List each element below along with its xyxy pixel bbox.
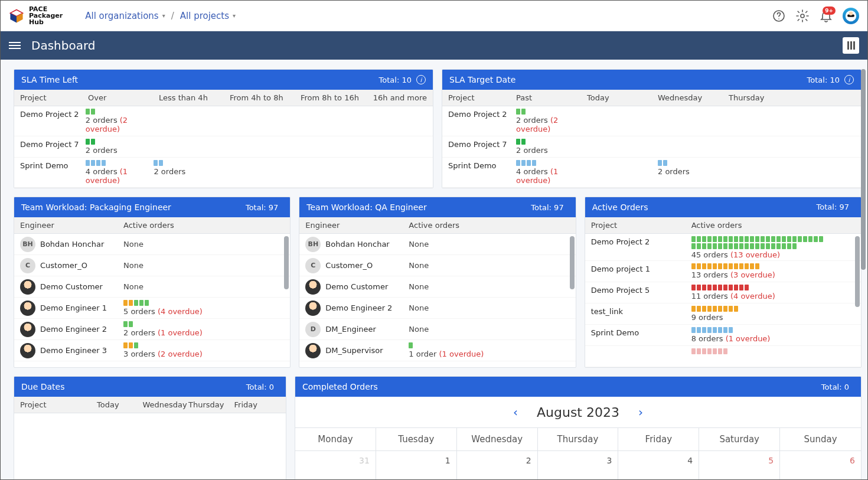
- column-header: Engineer: [20, 221, 123, 230]
- table-cell[interactable]: 13 orders (3 overdue): [691, 263, 775, 279]
- user-avatar[interactable]: [843, 8, 859, 24]
- table-cell[interactable]: 4 orders (1 overdue): [86, 160, 154, 185]
- engineer-cell[interactable]: BHBohdan Honchar: [305, 237, 409, 252]
- engineer-name: Demo Customer: [325, 282, 388, 291]
- page-scrollbar[interactable]: [860, 69, 866, 470]
- table-cell[interactable]: None: [409, 240, 429, 249]
- project-name[interactable]: Sprint Demo: [448, 160, 516, 170]
- scrollbar[interactable]: [855, 236, 860, 365]
- calendar-day[interactable]: 31: [295, 451, 376, 479]
- table-cell[interactable]: None: [409, 325, 429, 334]
- app-logo[interactable]: PACE Packager Hub: [9, 6, 63, 25]
- status-squares: [691, 263, 759, 269]
- layout-columns-button[interactable]: [843, 37, 859, 54]
- table-cell[interactable]: 2 orders: [86, 139, 154, 155]
- avatar-icon: [20, 343, 35, 358]
- project-name[interactable]: test_link: [591, 306, 691, 316]
- table-cell[interactable]: 4 orders (1 overdue): [516, 160, 587, 185]
- table-cell[interactable]: [691, 348, 727, 354]
- status-squares: [691, 348, 727, 354]
- engineer-cell[interactable]: Demo Engineer 3: [20, 343, 123, 358]
- engineer-cell[interactable]: Demo Engineer 2: [20, 322, 123, 337]
- engineer-cell[interactable]: Demo Customer: [20, 279, 123, 295]
- order-count: None: [409, 240, 429, 249]
- table-row: Sprint Demo 8 orders (1 overdue): [585, 325, 861, 346]
- engineer-cell[interactable]: Demo Engineer 2: [305, 301, 409, 316]
- table-cell[interactable]: None: [123, 282, 143, 291]
- menu-button[interactable]: [9, 42, 21, 49]
- info-icon[interactable]: i: [416, 75, 426, 84]
- notifications-button[interactable]: 9+: [819, 9, 833, 23]
- crumb-project[interactable]: All projects▾: [180, 11, 236, 21]
- engineer-cell[interactable]: DDM_Engineer: [305, 322, 409, 337]
- order-count: 2 orders (1 overdue): [123, 328, 203, 337]
- table-cell[interactable]: None: [409, 282, 429, 291]
- table-row: Demo Engineer 1 5 orders (4 overdue): [14, 298, 290, 319]
- table-cell[interactable]: None: [123, 261, 143, 270]
- table-body: Demo Project 2 45 orders (13 overdue) De…: [585, 234, 861, 367]
- project-name[interactable]: Sprint Demo: [20, 160, 86, 170]
- table-cell[interactable]: 2 orders: [154, 160, 222, 176]
- table-cell[interactable]: 1 order (1 overdue): [409, 342, 484, 358]
- project-name[interactable]: Demo Project 7: [448, 139, 516, 149]
- scrollbar[interactable]: [570, 236, 575, 365]
- scrollbar[interactable]: [284, 236, 289, 365]
- calendar-day[interactable]: 1: [376, 451, 457, 479]
- project-name[interactable]: Demo Project 5: [591, 285, 691, 295]
- project-name[interactable]: Demo Project 2: [20, 109, 86, 119]
- column-header: Today: [587, 93, 658, 102]
- table-cell[interactable]: 2 orders (1 overdue): [123, 321, 203, 337]
- engineer-cell[interactable]: Demo Customer: [305, 279, 409, 295]
- crumb-org[interactable]: All organizations▾: [85, 11, 165, 21]
- calendar-day[interactable]: 4: [618, 451, 699, 479]
- table-cell[interactable]: 11 orders (4 overdue): [691, 285, 775, 301]
- table-cell[interactable]: None: [409, 303, 429, 312]
- project-name[interactable]: [591, 348, 691, 350]
- engineer-cell[interactable]: CCustomer_O: [305, 258, 409, 273]
- prev-month-button[interactable]: ‹: [508, 403, 523, 422]
- day-number: 31: [359, 456, 370, 465]
- calendar-day[interactable]: 2: [457, 451, 538, 479]
- column-header: 16h and more: [373, 93, 427, 102]
- table-body: Demo Project 22 orders (2 overdue) Demo …: [442, 106, 861, 188]
- table-cell[interactable]: 45 orders (13 overdue): [691, 236, 827, 259]
- table-cell[interactable]: None: [123, 240, 143, 249]
- engineer-cell[interactable]: CCustomer_O: [20, 258, 123, 273]
- calendar-day[interactable]: 5: [699, 451, 780, 479]
- table-row: CCustomer_O None: [14, 255, 290, 276]
- engineer-cell[interactable]: BHBohdan Honchar: [20, 237, 123, 252]
- table-cell[interactable]: None: [409, 261, 429, 270]
- column-header: Less than 4h: [159, 93, 230, 102]
- table-cell[interactable]: 3 orders (2 overdue): [123, 342, 203, 358]
- engineer-cell[interactable]: DM_Supervisor: [305, 343, 409, 358]
- calendar-day[interactable]: 6: [780, 451, 861, 479]
- order-count: 2 orders (2 overdue): [86, 116, 154, 133]
- day-header: Tuesday: [376, 428, 457, 451]
- table-cell[interactable]: 9 orders: [691, 306, 738, 322]
- project-name[interactable]: Demo Project 2: [448, 109, 516, 119]
- table-cell[interactable]: 2 orders: [516, 139, 587, 155]
- settings-button[interactable]: [795, 9, 810, 23]
- column-header: Active orders: [691, 221, 742, 230]
- table-cell[interactable]: 8 orders (1 overdue): [691, 327, 771, 343]
- help-button[interactable]: [772, 9, 786, 23]
- calendar-day[interactable]: 3: [538, 451, 619, 479]
- next-month-button[interactable]: ›: [634, 403, 648, 422]
- table-header: ProjectTodayWednesdayThursdayFriday: [14, 397, 286, 413]
- order-count: None: [123, 261, 143, 270]
- table-cell[interactable]: 2 orders (2 overdue): [516, 109, 587, 133]
- project-name[interactable]: Demo Project 2: [591, 236, 691, 246]
- status-squares: [123, 342, 138, 348]
- column-header: Project: [20, 93, 88, 102]
- project-name[interactable]: Sprint Demo: [591, 327, 691, 337]
- project-name[interactable]: Demo project 1: [591, 263, 691, 273]
- table-cell[interactable]: 2 orders: [658, 160, 729, 176]
- project-name[interactable]: Demo Project 7: [20, 139, 86, 149]
- table-cell[interactable]: 2 orders (2 overdue): [86, 109, 154, 133]
- table-cell[interactable]: 5 orders (4 overdue): [123, 300, 203, 316]
- info-icon[interactable]: i: [844, 75, 854, 84]
- table-header: ProjectActive orders: [585, 217, 861, 234]
- engineer-cell[interactable]: Demo Engineer 1: [20, 301, 123, 316]
- card-sla-target-date: SLA Target Date Total: 10 i ProjectPastT…: [442, 69, 862, 188]
- table-row: DDM_Engineer None: [299, 319, 575, 340]
